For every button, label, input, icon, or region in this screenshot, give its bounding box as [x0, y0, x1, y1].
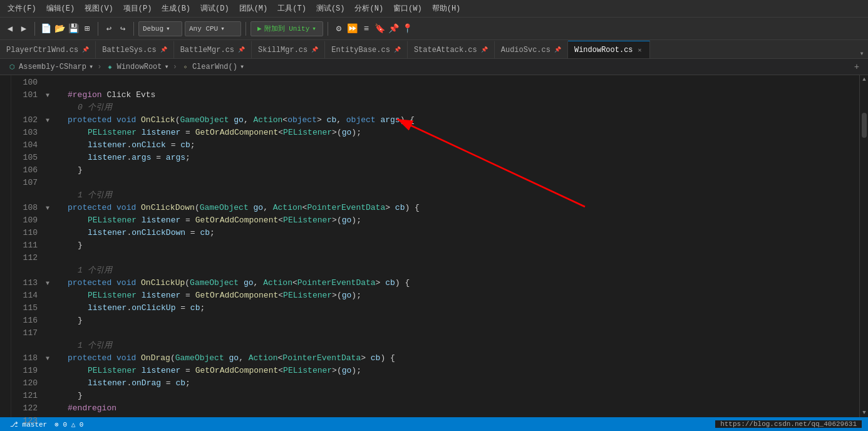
sep3	[133, 22, 134, 36]
undo-icon[interactable]: ↩	[103, 23, 115, 35]
fold-100	[43, 76, 53, 89]
menubar: 文件(F) 编辑(E) 视图(V) 项目(P) 生成(B) 调试(D) 团队(M…	[0, 0, 868, 18]
debug2-icon[interactable]: ⚙	[333, 23, 345, 35]
fold-115	[43, 302, 53, 314]
fold-106	[43, 164, 53, 177]
code-line-105: listener . args = args ;	[58, 152, 859, 164]
tab-label: StateAttack.cs	[414, 46, 477, 55]
fold-113[interactable]: ▼	[43, 277, 53, 289]
open-icon[interactable]: 📂	[53, 23, 66, 35]
bc-right: +	[850, 61, 863, 73]
tab-label: EntityBase.cs	[331, 46, 390, 55]
code-line-ref1: 0 个引用	[58, 101, 859, 114]
code-line-109: PEListener listener = GetOrAddComponent …	[58, 214, 859, 227]
tab-label: WindowRoot.cs	[574, 46, 633, 55]
menu-analyze[interactable]: 分析(N)	[349, 2, 388, 15]
back-icon[interactable]: ◀	[4, 23, 16, 35]
fold-111	[43, 239, 53, 252]
fold-102[interactable]: ▼	[43, 114, 53, 127]
menu-file[interactable]: 文件(F)	[3, 2, 41, 15]
pin-icon: 📌	[311, 46, 318, 53]
attach-unity-button[interactable]: ▶ 附加到 Unity ▾	[251, 21, 323, 36]
menu-project[interactable]: 项目(P)	[118, 2, 157, 15]
code-line-123: }	[58, 415, 859, 417]
pin-icon: 📌	[160, 46, 167, 53]
status-errors[interactable]: ⊗ 0 △ 0	[51, 420, 87, 428]
tab-entitybase[interactable]: EntityBase.cs 📌	[325, 41, 408, 58]
debug-chevron-icon: ▾	[166, 24, 170, 33]
tab-audiosvc[interactable]: AudioSvc.cs 📌	[495, 41, 568, 58]
new-file-icon[interactable]: 📄	[39, 23, 52, 35]
redo-icon[interactable]: ↪	[116, 23, 129, 35]
code-line-104: listener . onClick = cb ;	[58, 139, 859, 152]
cpu-chevron-icon: ▾	[220, 24, 225, 33]
class-icon: ◈	[105, 63, 114, 71]
code-area[interactable]: #region Click Evts 0 个引用 protected void …	[53, 75, 859, 417]
pin-icon: 📌	[554, 46, 561, 53]
bookmark3-icon[interactable]: 📍	[401, 23, 414, 35]
fold-114	[43, 289, 53, 302]
tabbar: PlayerCtrlWnd.cs 📌 BattleSys.cs 📌 Battle…	[0, 40, 868, 59]
bc-assembly-chevron: ▾	[89, 62, 93, 71]
code-line-112	[58, 252, 859, 264]
code-line-119: PEListener listener = GetOrAddComponent …	[58, 365, 859, 377]
bc-method-label: ClearWnd()	[192, 63, 237, 71]
save-all-icon[interactable]: ⊞	[81, 23, 93, 35]
bc-add-button[interactable]: +	[850, 61, 863, 73]
menu-build[interactable]: 生成(B)	[157, 2, 195, 15]
menu-view[interactable]: 视图(V)	[80, 2, 118, 15]
scroll-thumb[interactable]	[862, 113, 867, 138]
fold-118[interactable]: ▼	[43, 352, 53, 365]
bookmark-icon[interactable]: 🔖	[374, 23, 386, 35]
tab-close-icon[interactable]: ✕	[637, 46, 643, 55]
bc-assembly[interactable]: ⬡ Assembly-CSharp ▾	[5, 61, 96, 73]
tab-overflow-button[interactable]: ▾	[855, 49, 868, 58]
bc-sep2: ›	[173, 63, 177, 71]
breadcrumb-bar: ⬡ Assembly-CSharp ▾ › ◈ WindowRoot ▾ › ⬦…	[0, 59, 868, 75]
menu-team[interactable]: 团队(M)	[234, 2, 273, 15]
tab-windowroot[interactable]: WindowRoot.cs ✕	[568, 41, 650, 58]
menu-window[interactable]: 窗口(W)	[388, 2, 427, 15]
code-line-118: protected void OnDrag ( GameObject go , …	[58, 352, 859, 365]
extra-icons: ⚙ ⏩ ≡ 🔖 📌 📍	[333, 23, 414, 35]
fold-101[interactable]: ▼	[43, 89, 53, 101]
scroll-up-arrow[interactable]: ▲	[860, 75, 868, 84]
tab-battlesys[interactable]: BattleSys.cs 📌	[96, 41, 173, 58]
code-line-102: protected void OnClick ( GameObject go ,…	[58, 114, 859, 127]
line-numbers-gutter: 100 101 102 103 104 105 106 107 108 109 …	[11, 75, 43, 417]
bc-class[interactable]: ◈ WindowRoot ▾	[103, 61, 171, 73]
menu-help[interactable]: 帮助(H)	[427, 2, 466, 15]
menu-debug[interactable]: 调试(D)	[195, 2, 234, 15]
bc-method[interactable]: ⬦ ClearWnd() ▾	[178, 61, 247, 73]
save-icon[interactable]: 💾	[67, 23, 80, 35]
tab-battlemgr[interactable]: BattleMgr.cs 📌	[174, 41, 252, 58]
sep2	[98, 22, 98, 36]
bookmark2-icon[interactable]: 📌	[388, 23, 400, 35]
tab-playerctrlwnd[interactable]: PlayerCtrlWnd.cs 📌	[0, 41, 96, 58]
fold-116	[43, 314, 53, 327]
tab-stateattack[interactable]: StateAttack.cs 📌	[408, 41, 495, 58]
code-line-100	[58, 76, 859, 89]
fold-108[interactable]: ▼	[43, 202, 53, 214]
code-line-ref3: 1 个引用	[58, 264, 859, 277]
fold-gutter: ▼ ▼ ▼ ▼ ▼	[43, 75, 53, 417]
format-icon[interactable]: ≡	[360, 23, 373, 35]
forward-icon[interactable]: ▶	[18, 23, 30, 35]
fold-123	[43, 415, 53, 427]
menu-edit[interactable]: 编辑(E)	[41, 2, 80, 15]
debug-dropdown[interactable]: Debug ▾	[138, 21, 182, 36]
menu-test[interactable]: 测试(S)	[311, 2, 350, 15]
step-icon[interactable]: ⏩	[346, 23, 359, 35]
menu-tools[interactable]: 工具(T)	[272, 2, 311, 15]
code-line-113: protected void OnClickUp ( GameObject go…	[58, 277, 859, 289]
code-line-ref2: 1 个引用	[58, 189, 859, 202]
scrollbar[interactable]: ▲ ▼	[859, 75, 868, 417]
code-line-121: }	[58, 390, 859, 402]
tab-skillmgr[interactable]: SkillMgr.cs 📌	[252, 41, 325, 58]
undo-redo-icons: ↩ ↪	[103, 23, 129, 35]
code-line-108: protected void OnClickDown ( GameObject …	[58, 202, 859, 214]
code-line-ref4: 1 个引用	[58, 340, 859, 352]
watermark: https://blog.csdn.net/qq_40629631	[715, 420, 862, 428]
scroll-down-arrow[interactable]: ▼	[860, 408, 868, 417]
cpu-dropdown[interactable]: Any CPU ▾	[185, 21, 241, 36]
